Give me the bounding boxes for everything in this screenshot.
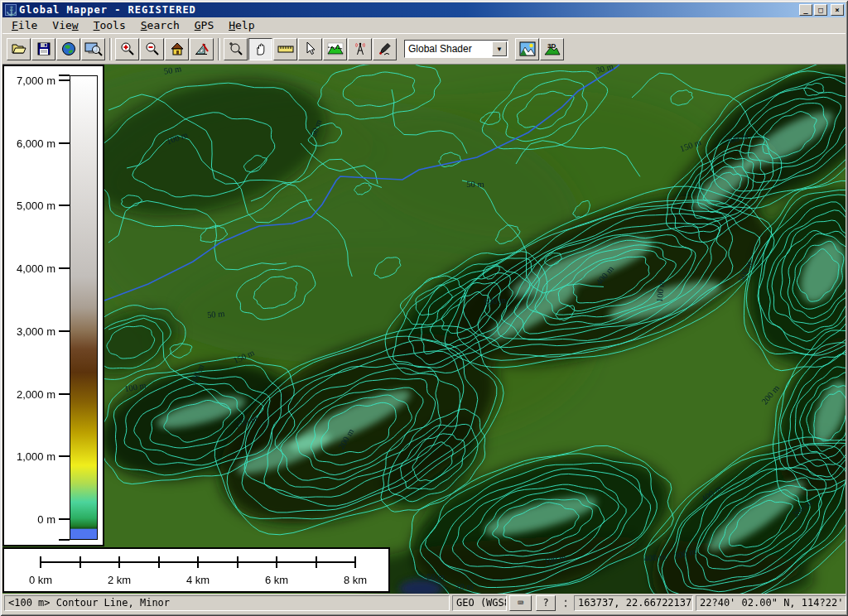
app-icon: ⚓ [5, 4, 17, 16]
zoom-out-button[interactable] [140, 38, 164, 60]
status-mode-text: <100 m> Contour Line, Minor [4, 595, 450, 611]
elevation-legend: 7,000 m6,000 m5,000 m4,000 m3,000 m2,000… [2, 65, 104, 546]
legend-label: 0 m [37, 513, 55, 525]
save-button[interactable] [31, 38, 55, 60]
menu-item-search[interactable]: Search [133, 17, 187, 33]
legend-tick [59, 79, 70, 81]
legend-edge-tick [59, 75, 70, 76]
zoom-rect-button[interactable] [224, 38, 248, 60]
zoom-out-icon [145, 41, 160, 56]
ruler-icon [277, 41, 294, 56]
menu-item-view[interactable]: View [45, 17, 85, 33]
status-coordinates: 163737, 22.66722137 ) [574, 595, 693, 611]
contour-label: 20 m [455, 582, 473, 591]
world-data-button[interactable] [56, 38, 80, 60]
home-icon [170, 41, 185, 56]
open-file-button[interactable] [7, 38, 31, 60]
chevron-down-icon[interactable]: ▼ [492, 41, 507, 56]
view-3d-icon: 3D [544, 41, 561, 56]
feature-info-button[interactable] [298, 38, 322, 60]
monitor-magnifier-icon [84, 41, 103, 56]
scale-tick [80, 556, 81, 568]
contour-label: 100 m [655, 280, 666, 302]
pan-tool-button[interactable] [248, 38, 272, 60]
minimize-button[interactable]: _ [799, 4, 812, 16]
scale-tick [197, 556, 199, 568]
shader-dropdown-value: Global Shader [405, 43, 491, 55]
gps-button[interactable] [348, 38, 372, 60]
legend-label: 2,000 m [17, 387, 55, 400]
open-folder-icon [11, 41, 27, 56]
scale-label: 0 km [29, 574, 52, 586]
pen-icon [378, 41, 393, 56]
status-latlon: 22?40' 02.00" N, 114?22' 17.89" E [696, 595, 846, 611]
scale-tick [316, 556, 317, 568]
legend-tick [59, 142, 70, 144]
contour-label: 50 m [207, 309, 225, 320]
scale-tick [237, 556, 238, 568]
contour-label: 500 m [484, 296, 506, 306]
digitizer-button[interactable] [373, 38, 397, 60]
menu-item-file[interactable]: File [4, 17, 45, 33]
window-title: Global Mapper - REGISTERED [19, 4, 797, 16]
scale-label: 6 km [265, 574, 288, 586]
help-button[interactable]: ? [536, 595, 556, 611]
global-mapper-window: ⚓ Global Mapper - REGISTERED _ □ × FileV… [0, 0, 848, 616]
full-view-button[interactable] [165, 38, 189, 60]
legend-label: 6,000 m [17, 137, 55, 149]
scale-tick [158, 556, 160, 568]
scale-tick [40, 556, 41, 568]
status-projection: GEO (WGS84 [452, 595, 507, 611]
show-images-button[interactable] [515, 38, 539, 60]
title-bar[interactable]: ⚓ Global Mapper - REGISTERED _ □ × [2, 2, 846, 17]
coordinate-spinner[interactable]: ▴ ▾ [560, 595, 571, 611]
svg-text:3D: 3D [547, 42, 556, 50]
toolbar: Global Shader ▼ 3D [2, 34, 846, 65]
floppy-disk-icon [36, 41, 51, 56]
toolbar-separator [218, 38, 220, 60]
terrain-map[interactable]: 50 m100 m50 m50 m30 m50 m150 m100 m100 m… [2, 65, 846, 594]
menu-item-tools[interactable]: Tools [86, 17, 133, 33]
zoom-in-icon [120, 41, 135, 56]
map-viewport[interactable]: 50 m100 m50 m50 m30 m50 m150 m100 m100 m… [2, 65, 846, 594]
zoom-rect-icon [229, 41, 243, 56]
path-profile-button[interactable] [323, 38, 347, 60]
legend-tick [59, 267, 70, 269]
legend-tick [59, 205, 70, 206]
measure-tool-button[interactable] [190, 38, 214, 60]
menu-item-help[interactable]: Help [221, 17, 262, 33]
spinner-down-icon[interactable]: ▾ [560, 603, 571, 609]
elevation-gradient-bar [70, 75, 98, 540]
menu-bar: FileViewToolsSearchGPSHelp [2, 17, 846, 34]
menu-item-gps[interactable]: GPS [187, 17, 221, 33]
legend-label: 4,000 m [17, 262, 55, 275]
zoom-in-button[interactable] [115, 38, 139, 60]
legend-tick [59, 518, 70, 520]
legend-tick [59, 393, 70, 395]
scale-tick [354, 556, 356, 568]
legend-tick [59, 330, 70, 332]
scale-label: 2 km [108, 574, 131, 586]
cursor-arrow-icon [304, 41, 317, 56]
picture-icon [519, 41, 536, 56]
legend-label: 1,000 m [17, 450, 55, 463]
legend-label: 3,000 m [17, 325, 55, 337]
scale-label: 8 km [344, 574, 367, 586]
contour-label: 50 m [426, 572, 444, 581]
configure-button[interactable] [81, 38, 105, 60]
measure-distance-button[interactable] [273, 38, 297, 60]
keyboard-button[interactable]: ⌨ [509, 595, 532, 611]
globe-icon [61, 41, 76, 56]
scale-tick [276, 556, 277, 568]
scale-tick [118, 556, 120, 568]
hand-icon [253, 41, 268, 56]
restore-button[interactable]: □ [814, 4, 827, 16]
view-3d-button[interactable]: 3D [540, 38, 564, 60]
shader-dropdown[interactable]: Global Shader ▼ [404, 40, 508, 58]
set-square-pencil-icon [194, 41, 210, 56]
contour-label: 50 m [466, 180, 484, 189]
scale-label: 4 km [186, 574, 210, 586]
spinner-up-icon[interactable]: ▴ [560, 597, 571, 603]
path-profile-icon [327, 41, 344, 56]
close-button[interactable]: × [831, 4, 844, 16]
